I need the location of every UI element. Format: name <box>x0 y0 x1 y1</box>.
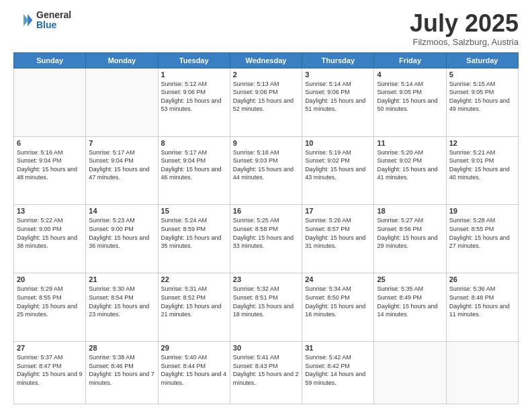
cell-info: Sunrise: 5:36 AMSunset: 8:48 PMDaylight:… <box>449 285 515 318</box>
table-row: 26 Sunrise: 5:36 AMSunset: 8:48 PMDaylig… <box>446 273 518 342</box>
day-number: 1 <box>161 71 227 79</box>
col-tuesday: Tuesday <box>158 52 230 68</box>
table-row: 5 Sunrise: 5:15 AMSunset: 9:05 PMDayligh… <box>446 68 518 136</box>
cell-info: Sunrise: 5:12 AMSunset: 9:06 PMDaylight:… <box>161 80 227 113</box>
day-number: 20 <box>17 275 83 283</box>
cell-info: Sunrise: 5:30 AMSunset: 8:54 PMDaylight:… <box>89 285 154 318</box>
day-number: 16 <box>233 207 299 215</box>
col-sunday: Sunday <box>14 52 86 68</box>
month-title: July 2025 <box>410 10 519 37</box>
day-number: 18 <box>377 207 443 215</box>
cell-info: Sunrise: 5:15 AMSunset: 9:05 PMDaylight:… <box>449 80 515 113</box>
cell-info: Sunrise: 5:21 AMSunset: 9:01 PMDaylight:… <box>449 148 515 182</box>
title-block: July 2025 Filzmoos, Salzburg, Austria <box>410 10 519 47</box>
day-number: 23 <box>233 275 299 283</box>
day-number: 6 <box>17 139 83 147</box>
day-number: 24 <box>305 275 371 283</box>
cell-info: Sunrise: 5:19 AMSunset: 9:02 PMDaylight:… <box>305 148 371 182</box>
day-number: 21 <box>89 275 154 283</box>
cell-info: Sunrise: 5:29 AMSunset: 8:55 PMDaylight:… <box>17 285 83 318</box>
table-row <box>446 342 518 404</box>
table-row: 12 Sunrise: 5:21 AMSunset: 9:01 PMDaylig… <box>446 136 518 205</box>
cell-info: Sunrise: 5:20 AMSunset: 9:02 PMDaylight:… <box>377 148 443 182</box>
cell-info: Sunrise: 5:35 AMSunset: 8:49 PMDaylight:… <box>377 285 443 318</box>
cell-info: Sunrise: 5:34 AMSunset: 8:50 PMDaylight:… <box>305 285 371 318</box>
cell-info: Sunrise: 5:37 AMSunset: 8:47 PMDaylight:… <box>17 353 83 387</box>
day-number: 11 <box>377 139 443 147</box>
table-row: 4 Sunrise: 5:14 AMSunset: 9:05 PMDayligh… <box>374 68 446 136</box>
logo-general-text: General <box>36 10 71 20</box>
table-row: 16 Sunrise: 5:25 AMSunset: 8:58 PMDaylig… <box>230 205 302 273</box>
day-number: 29 <box>161 344 227 352</box>
table-row: 28 Sunrise: 5:38 AMSunset: 8:46 PMDaylig… <box>86 342 158 404</box>
day-number: 12 <box>449 139 515 147</box>
day-number: 31 <box>305 344 371 352</box>
day-number: 30 <box>233 344 299 352</box>
table-row: 8 Sunrise: 5:17 AMSunset: 9:04 PMDayligh… <box>158 136 230 205</box>
cell-info: Sunrise: 5:22 AMSunset: 9:00 PMDaylight:… <box>17 216 83 250</box>
table-row: 31 Sunrise: 5:42 AMSunset: 8:42 PMDaylig… <box>302 342 374 404</box>
cell-info: Sunrise: 5:17 AMSunset: 9:04 PMDaylight:… <box>161 148 227 182</box>
day-number: 2 <box>233 71 299 79</box>
day-number: 4 <box>377 71 443 79</box>
table-row: 6 Sunrise: 5:16 AMSunset: 9:04 PMDayligh… <box>14 136 86 205</box>
day-number: 27 <box>17 344 83 352</box>
subtitle: Filzmoos, Salzburg, Austria <box>410 37 519 47</box>
week-row-2: 6 Sunrise: 5:16 AMSunset: 9:04 PMDayligh… <box>14 136 519 205</box>
table-row: 14 Sunrise: 5:23 AMSunset: 9:00 PMDaylig… <box>86 205 158 273</box>
table-row: 27 Sunrise: 5:37 AMSunset: 8:47 PMDaylig… <box>14 342 86 404</box>
table-row: 15 Sunrise: 5:24 AMSunset: 8:59 PMDaylig… <box>158 205 230 273</box>
calendar-table: Sunday Monday Tuesday Wednesday Thursday… <box>13 52 519 404</box>
cell-info: Sunrise: 5:16 AMSunset: 9:04 PMDaylight:… <box>17 148 83 182</box>
table-row: 2 Sunrise: 5:13 AMSunset: 9:06 PMDayligh… <box>230 68 302 136</box>
logo: General Blue <box>13 10 71 31</box>
table-row <box>374 342 446 404</box>
table-row: 17 Sunrise: 5:26 AMSunset: 8:57 PMDaylig… <box>302 205 374 273</box>
table-row: 3 Sunrise: 5:14 AMSunset: 9:06 PMDayligh… <box>302 68 374 136</box>
day-number: 7 <box>89 139 154 147</box>
cell-info: Sunrise: 5:23 AMSunset: 9:00 PMDaylight:… <box>89 216 154 250</box>
table-row: 24 Sunrise: 5:34 AMSunset: 8:50 PMDaylig… <box>302 273 374 342</box>
table-row: 29 Sunrise: 5:40 AMSunset: 8:44 PMDaylig… <box>158 342 230 404</box>
day-number: 19 <box>449 207 515 215</box>
table-row: 7 Sunrise: 5:17 AMSunset: 9:04 PMDayligh… <box>86 136 158 205</box>
table-row: 13 Sunrise: 5:22 AMSunset: 9:00 PMDaylig… <box>14 205 86 273</box>
logo-blue-text: Blue <box>36 20 71 30</box>
cell-info: Sunrise: 5:24 AMSunset: 8:59 PMDaylight:… <box>161 216 227 250</box>
cell-info: Sunrise: 5:14 AMSunset: 9:06 PMDaylight:… <box>305 80 371 113</box>
day-number: 22 <box>161 275 227 283</box>
day-number: 17 <box>305 207 371 215</box>
day-number: 10 <box>305 139 371 147</box>
table-row: 20 Sunrise: 5:29 AMSunset: 8:55 PMDaylig… <box>14 273 86 342</box>
table-row: 25 Sunrise: 5:35 AMSunset: 8:49 PMDaylig… <box>374 273 446 342</box>
cell-info: Sunrise: 5:26 AMSunset: 8:57 PMDaylight:… <box>305 216 371 250</box>
table-row <box>14 68 86 136</box>
col-saturday: Saturday <box>446 52 518 68</box>
table-row: 19 Sunrise: 5:28 AMSunset: 8:55 PMDaylig… <box>446 205 518 273</box>
page: General Blue July 2025 Filzmoos, Salzbur… <box>0 0 532 411</box>
cell-info: Sunrise: 5:32 AMSunset: 8:51 PMDaylight:… <box>233 285 299 318</box>
day-number: 13 <box>17 207 83 215</box>
week-row-3: 13 Sunrise: 5:22 AMSunset: 9:00 PMDaylig… <box>14 205 519 273</box>
day-number: 25 <box>377 275 443 283</box>
cell-info: Sunrise: 5:41 AMSunset: 8:43 PMDaylight:… <box>233 353 299 387</box>
logo-text: General Blue <box>36 10 71 31</box>
day-number: 28 <box>89 344 154 352</box>
week-row-5: 27 Sunrise: 5:37 AMSunset: 8:47 PMDaylig… <box>14 342 519 404</box>
table-row: 1 Sunrise: 5:12 AMSunset: 9:06 PMDayligh… <box>158 68 230 136</box>
day-number: 5 <box>449 71 515 79</box>
table-row: 11 Sunrise: 5:20 AMSunset: 9:02 PMDaylig… <box>374 136 446 205</box>
table-row: 30 Sunrise: 5:41 AMSunset: 8:43 PMDaylig… <box>230 342 302 404</box>
table-row: 22 Sunrise: 5:31 AMSunset: 8:52 PMDaylig… <box>158 273 230 342</box>
cell-info: Sunrise: 5:25 AMSunset: 8:58 PMDaylight:… <box>233 216 299 250</box>
week-row-1: 1 Sunrise: 5:12 AMSunset: 9:06 PMDayligh… <box>14 68 519 136</box>
cell-info: Sunrise: 5:42 AMSunset: 8:42 PMDaylight:… <box>305 353 371 387</box>
cell-info: Sunrise: 5:31 AMSunset: 8:52 PMDaylight:… <box>161 285 227 318</box>
day-number: 3 <box>305 71 371 79</box>
table-row: 9 Sunrise: 5:18 AMSunset: 9:03 PMDayligh… <box>230 136 302 205</box>
day-number: 15 <box>161 207 227 215</box>
logo-icon <box>13 10 34 30</box>
table-row: 21 Sunrise: 5:30 AMSunset: 8:54 PMDaylig… <box>86 273 158 342</box>
col-monday: Monday <box>86 52 158 68</box>
cell-info: Sunrise: 5:28 AMSunset: 8:55 PMDaylight:… <box>449 216 515 250</box>
